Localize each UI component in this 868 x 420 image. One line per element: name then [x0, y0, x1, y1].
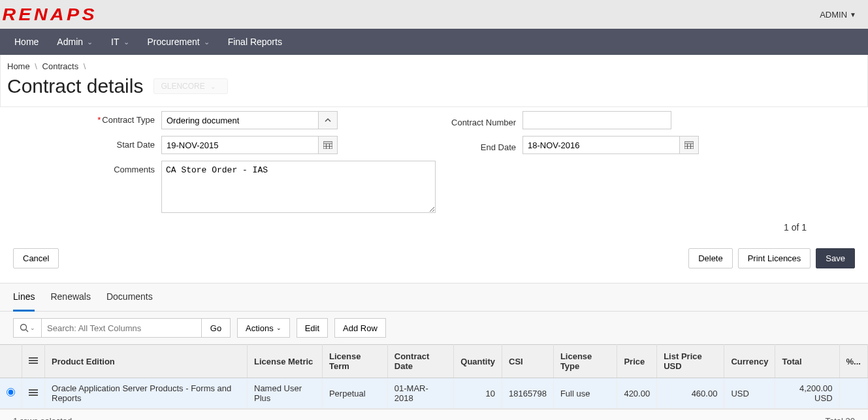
actions-button[interactable]: Actions⌄ [237, 318, 290, 338]
cell-pct[interactable] [839, 378, 867, 409]
breadcrumb-sep: \ [32, 61, 40, 71]
col-select[interactable] [0, 345, 22, 378]
col-quantity[interactable]: Quantity [454, 345, 502, 378]
tab-documents[interactable]: Documents [106, 283, 153, 311]
comments-label: Comments [13, 161, 161, 174]
cell-license-metric[interactable]: Named User Plus [248, 378, 323, 409]
col-price[interactable]: Price [617, 345, 657, 378]
tabs-region: Lines Renewals Documents ⌄ Go Actions⌄ E… [0, 283, 868, 420]
row-menu[interactable] [22, 378, 45, 409]
calendar-icon [323, 141, 332, 149]
nav-it[interactable]: IT⌄ [102, 29, 138, 55]
hamburger-icon [29, 388, 38, 397]
record-counter: 1 of 1 [13, 219, 855, 235]
total-count: Total 30 [825, 416, 855, 420]
form-region: *Contract Type Contract Number Start Dat… [0, 107, 868, 242]
search-input[interactable] [42, 318, 202, 338]
col-list-price[interactable]: List Price USD [657, 345, 724, 378]
grid-footer: 1 rows selected Total 30 [0, 409, 868, 420]
tab-renewals[interactable]: Renewals [50, 283, 90, 311]
comments-textarea[interactable] [161, 161, 436, 213]
nav-label: Admin [57, 37, 83, 47]
col-pct[interactable]: %... [839, 345, 867, 378]
col-contract-date[interactable]: Contract Date [387, 345, 454, 378]
cell-currency[interactable]: USD [724, 378, 775, 409]
tab-lines[interactable]: Lines [13, 283, 35, 312]
contract-type-input[interactable] [161, 111, 318, 129]
button-row: Cancel Delete Print Licences Save [0, 242, 868, 283]
col-license-term[interactable]: License Term [322, 345, 387, 378]
cancel-button[interactable]: Cancel [13, 248, 59, 268]
col-product-edition[interactable]: Product Edition [45, 345, 248, 378]
tabs: Lines Renewals Documents [0, 283, 868, 312]
end-date-label: End Date [444, 138, 522, 152]
chevron-down-icon: ⌄ [87, 38, 93, 46]
nav-label: Procurement [148, 37, 200, 47]
cell-price[interactable]: 420.00 [617, 378, 657, 409]
actions-label: Actions [246, 323, 274, 333]
col-row-menu[interactable] [22, 345, 45, 378]
nav-final-reports[interactable]: Final Reports [219, 29, 291, 55]
chevron-down-icon: ⌄ [210, 83, 216, 90]
delete-button[interactable]: Delete [688, 248, 733, 268]
rows-selected: 1 rows selected [13, 416, 72, 420]
nav-procurement[interactable]: Procurement⌄ [138, 29, 219, 55]
cell-license-term[interactable]: Perpetual [322, 378, 387, 409]
print-licences-button[interactable]: Print Licences [738, 248, 811, 268]
cell-quantity[interactable]: 10 [454, 378, 502, 409]
chevron-up-icon [325, 117, 331, 123]
grid-header-row: Product Edition License Metric License T… [0, 345, 868, 378]
breadcrumb-contracts[interactable]: Contracts [42, 61, 79, 71]
start-date-label: Start Date [13, 136, 161, 150]
start-date-picker[interactable] [318, 136, 338, 154]
col-csi[interactable]: CSI [502, 345, 554, 378]
page-title: Contract details [7, 75, 143, 97]
lines-grid: Product Edition License Metric License T… [0, 344, 868, 409]
contract-type-dropdown[interactable] [318, 111, 338, 129]
save-button[interactable]: Save [816, 248, 855, 268]
cell-contract-date[interactable]: 01-MAR-2018 [387, 378, 454, 409]
org-select[interactable]: GLENCORE ⌄ [153, 78, 227, 94]
nav-label: IT [111, 37, 119, 47]
svg-rect-0 [323, 142, 332, 149]
add-row-button[interactable]: Add Row [334, 318, 386, 338]
svg-point-10 [21, 325, 27, 331]
end-date-picker[interactable] [679, 136, 699, 154]
contract-number-label: Contract Number [444, 114, 522, 127]
table-row[interactable]: Oracle Application Server Products - For… [0, 378, 868, 409]
cell-license-type[interactable]: Full use [553, 378, 617, 409]
col-total[interactable]: Total [775, 345, 839, 378]
nav-admin[interactable]: Admin⌄ [48, 29, 102, 55]
col-currency[interactable]: Currency [724, 345, 775, 378]
nav-label: Home [14, 37, 39, 47]
cell-csi[interactable]: 18165798 [502, 378, 554, 409]
logo: RENAPS [2, 5, 97, 25]
chevron-down-icon: ⌄ [30, 325, 35, 331]
search-menu-button[interactable]: ⌄ [13, 318, 42, 338]
row-radio[interactable] [7, 388, 15, 396]
svg-rect-5 [684, 142, 694, 149]
org-label: GLENCORE [161, 82, 204, 91]
end-date-input[interactable] [522, 136, 679, 154]
go-button[interactable]: Go [202, 318, 231, 338]
cell-total[interactable]: 4,200.00 USD [775, 378, 839, 409]
cell-product-edition[interactable]: Oracle Application Server Products - For… [45, 378, 248, 409]
breadcrumb: Home \ Contracts \ [1, 55, 867, 75]
calendar-icon [684, 141, 694, 149]
breadcrumb-home[interactable]: Home [7, 61, 30, 71]
cell-list-price[interactable]: 460.00 [657, 378, 724, 409]
row-selector[interactable] [0, 378, 22, 409]
svg-line-11 [26, 330, 29, 332]
caret-down-icon: ▼ [850, 11, 856, 18]
col-license-metric[interactable]: License Metric [248, 345, 323, 378]
user-menu[interactable]: ADMIN ▼ [820, 10, 856, 20]
col-license-type[interactable]: License Type [553, 345, 617, 378]
hamburger-icon [29, 356, 38, 365]
nav-home[interactable]: Home [5, 29, 48, 55]
grid-toolbar: ⌄ Go Actions⌄ Edit Add Row [0, 312, 868, 344]
edit-button[interactable]: Edit [297, 318, 328, 338]
contract-number-input[interactable] [522, 111, 671, 129]
header-bar: RENAPS ADMIN ▼ [0, 0, 868, 29]
start-date-input[interactable] [161, 136, 318, 154]
content: Home \ Contracts \ Contract details GLEN… [0, 55, 868, 107]
